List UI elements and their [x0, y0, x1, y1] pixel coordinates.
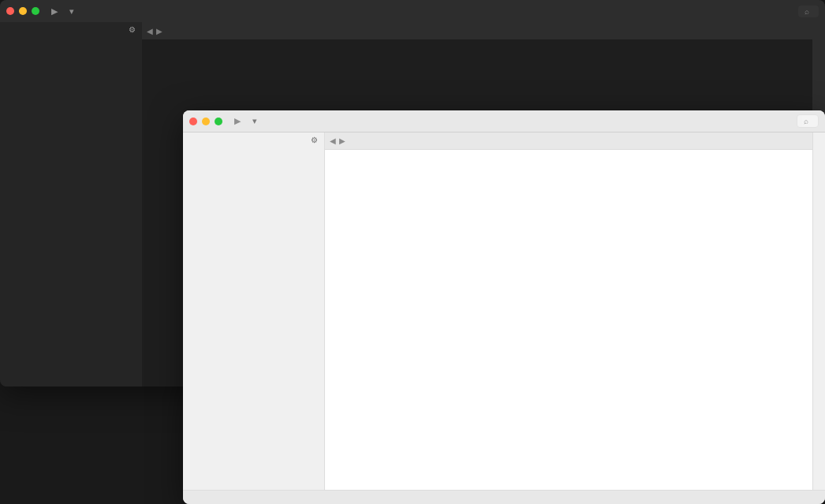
maximize-button[interactable] [32, 7, 39, 15]
nav-forward-icon[interactable]: ▶ [156, 27, 162, 35]
search-input[interactable]: ⌕ [798, 6, 819, 17]
play-icon[interactable]: ▶ [232, 116, 243, 127]
play-icon[interactable]: ▶ [49, 6, 60, 17]
solution-header: ⚙ [0, 22, 142, 37]
nav-forward-icon[interactable]: ▶ [339, 136, 345, 145]
status-bar [183, 490, 825, 504]
solution-header: ⚙ [183, 133, 324, 147]
ide-window-light: ▶ ▾ ⌕ ⚙ ◀ ▶ [183, 110, 825, 504]
search-icon: ⌕ [804, 117, 808, 125]
minimize-button[interactable] [19, 7, 27, 15]
titlebar: ▶ ▾ ⌕ [183, 110, 825, 133]
solution-explorer[interactable]: ⚙ [0, 22, 142, 386]
close-button[interactable] [6, 7, 14, 15]
editor-tabs: ◀ ▶ [325, 133, 812, 150]
minimize-button[interactable] [202, 118, 210, 125]
right-tool-strip [812, 133, 825, 490]
toolbar-controls: ▶ ▾ [49, 6, 77, 17]
editor-tabs: ◀ ▶ [142, 22, 812, 39]
toolbar-controls: ▶ ▾ [232, 116, 260, 127]
nav-back-icon[interactable]: ◀ [147, 27, 153, 35]
search-icon: ⌕ [804, 7, 809, 16]
code-editor[interactable] [325, 150, 812, 490]
tab-nav: ◀ ▶ [325, 133, 350, 149]
settings-icon[interactable]: ▾ [66, 6, 77, 17]
sidebar-options-icon[interactable]: ⚙ [311, 136, 318, 144]
titlebar: ▶ ▾ ⌕ [0, 0, 825, 22]
search-input[interactable]: ⌕ [797, 114, 819, 128]
line-gutter [142, 39, 170, 386]
maximize-button[interactable] [215, 118, 222, 125]
solution-explorer[interactable]: ⚙ [183, 133, 325, 490]
tab-nav: ◀ ▶ [142, 22, 167, 39]
close-button[interactable] [189, 118, 197, 125]
settings-icon[interactable]: ▾ [249, 116, 260, 127]
window-controls [6, 7, 39, 15]
line-gutter [325, 150, 353, 490]
code-content[interactable] [353, 150, 812, 490]
sidebar-options-icon[interactable]: ⚙ [129, 25, 136, 34]
window-controls [189, 118, 222, 125]
editor-area: ◀ ▶ [325, 133, 812, 490]
nav-back-icon[interactable]: ◀ [330, 136, 336, 145]
